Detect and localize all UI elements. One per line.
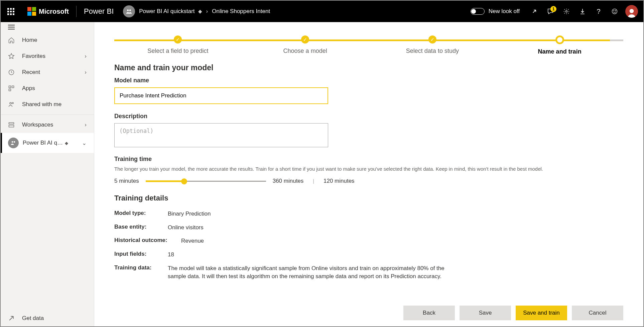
detail-key: Training data: xyxy=(114,264,168,281)
microsoft-logo: Microsoft xyxy=(27,7,69,16)
step-label: Select a field to predict xyxy=(114,48,242,55)
svg-point-12 xyxy=(12,102,13,104)
nav-active-workspace[interactable]: Power BI AI q… ◆ ⌄ xyxy=(1,133,94,153)
microsoft-text: Microsoft xyxy=(39,8,69,15)
slider-min-label: 5 minutes xyxy=(114,178,139,184)
detail-model-type: Model type: Binary Prediction xyxy=(114,207,623,221)
svg-point-4 xyxy=(614,11,614,11)
nav-favorites[interactable]: Favorites › xyxy=(1,48,94,64)
people-icon xyxy=(8,101,16,108)
detail-value: The model will take a statistically sign… xyxy=(168,264,462,281)
waffle-icon xyxy=(7,8,14,15)
svg-point-1 xyxy=(129,9,131,11)
training-time-slider[interactable] xyxy=(146,178,266,184)
apps-icon xyxy=(8,85,16,92)
new-look-toggle[interactable] xyxy=(471,8,485,15)
step-1[interactable]: ✓Select a field to predict xyxy=(114,33,242,55)
step-label: Name and train xyxy=(496,48,623,55)
nav-toggle-button[interactable] xyxy=(1,22,94,32)
nav-recent[interactable]: Recent › xyxy=(1,64,94,80)
settings-button[interactable] xyxy=(559,4,574,19)
description-input[interactable] xyxy=(114,123,328,147)
download-button[interactable] xyxy=(575,4,590,19)
step-3[interactable]: ✓Select data to study xyxy=(369,33,496,55)
product-name[interactable]: Power BI xyxy=(84,7,114,16)
chevron-right-icon: › xyxy=(85,121,87,128)
slider-thumb[interactable] xyxy=(181,178,187,184)
model-name-label: Model name xyxy=(114,77,623,84)
detail-key: Model type: xyxy=(114,210,168,218)
nav-label: Shared with me xyxy=(22,101,61,108)
svg-rect-14 xyxy=(9,125,14,127)
detail-value: Revenue xyxy=(181,237,475,245)
nav-shared[interactable]: Shared with me xyxy=(1,96,94,112)
slider-separator: | xyxy=(313,178,314,184)
user-avatar[interactable] xyxy=(625,5,638,18)
nav-divider xyxy=(1,114,94,115)
svg-point-6 xyxy=(630,9,634,13)
fullscreen-button[interactable] xyxy=(527,4,542,19)
step-4[interactable]: Name and train xyxy=(496,33,623,55)
chevron-right-icon: › xyxy=(85,53,87,60)
star-icon xyxy=(8,53,16,60)
nav-get-data[interactable]: Get data xyxy=(1,310,94,326)
new-look-label: New look off xyxy=(489,8,520,15)
check-icon: ✓ xyxy=(428,35,436,44)
notification-badge: 1 xyxy=(550,6,556,12)
wizard-footer: Back Save Save and train Cancel xyxy=(403,306,623,320)
nav-home[interactable]: Home xyxy=(1,32,94,48)
slider-value-label: 120 minutes xyxy=(324,178,355,184)
svg-point-5 xyxy=(615,11,616,11)
training-time-help: The longer you train your model, the mor… xyxy=(114,166,623,172)
check-icon: ✓ xyxy=(301,35,309,44)
section-title: Name and train your model xyxy=(114,63,623,72)
detail-input-fields: Input fields: 18 xyxy=(114,248,623,262)
app-launcher-button[interactable] xyxy=(4,5,17,18)
svg-point-3 xyxy=(612,9,617,14)
help-button[interactable]: ? xyxy=(591,4,606,19)
save-and-train-button[interactable]: Save and train xyxy=(516,306,567,320)
detail-key: Historical outcome: xyxy=(114,237,181,245)
svg-point-0 xyxy=(127,9,129,11)
nav-label: Recent xyxy=(22,69,40,76)
sidebar: Home Favorites › Recent › Apps Shared wi… xyxy=(1,22,94,326)
nav-label: Favorites xyxy=(22,53,45,60)
detail-value: Binary Prediction xyxy=(168,210,462,218)
back-button[interactable]: Back xyxy=(403,306,455,320)
breadcrumb-item[interactable]: Online Shoppers Intent xyxy=(212,8,270,15)
premium-icon: ◆ xyxy=(65,141,68,146)
nav-workspaces[interactable]: Workspaces › xyxy=(1,117,94,133)
workspace-icon xyxy=(8,138,19,148)
notifications-button[interactable]: 1 xyxy=(543,4,558,19)
detail-value: 18 xyxy=(168,251,462,259)
home-icon xyxy=(8,37,16,44)
svg-rect-13 xyxy=(9,122,14,124)
current-step-icon xyxy=(555,35,564,44)
detail-key: Base entity: xyxy=(114,224,168,232)
wizard-stepper: ✓Select a field to predict ✓Choose a mod… xyxy=(94,22,643,59)
cancel-button[interactable]: Cancel xyxy=(572,306,623,320)
save-button[interactable]: Save xyxy=(460,306,511,320)
workspace-icon xyxy=(123,5,135,17)
step-label: Select data to study xyxy=(369,48,496,55)
nav-label: Workspaces xyxy=(22,121,53,128)
breadcrumb-workspace[interactable]: Power BI AI quickstart xyxy=(139,8,195,15)
breadcrumb: Power BI AI quickstart ◆ › Online Shoppe… xyxy=(123,5,270,17)
model-name-input[interactable] xyxy=(114,87,328,104)
chevron-right-icon: › xyxy=(85,69,87,76)
nav-label: Get data xyxy=(22,315,44,322)
step-2[interactable]: ✓Choose a model xyxy=(242,33,369,55)
slider-max-label: 360 minutes xyxy=(273,178,304,184)
get-data-icon xyxy=(8,315,16,322)
header-right: New look off 1 ? xyxy=(471,4,640,19)
feedback-button[interactable] xyxy=(607,4,622,19)
training-time-slider-row: 5 minutes 360 minutes | 120 minutes xyxy=(114,178,623,184)
detail-historical-outcome: Historical outcome: Revenue xyxy=(114,234,623,248)
detail-value: Online visitors xyxy=(168,224,462,232)
detail-base-entity: Base entity: Online visitors xyxy=(114,221,623,235)
nav-apps[interactable]: Apps xyxy=(1,80,94,96)
svg-rect-8 xyxy=(9,86,11,88)
chevron-down-icon: ⌄ xyxy=(82,140,87,147)
details-heading: Training details xyxy=(114,194,623,202)
description-label: Description xyxy=(114,113,623,120)
